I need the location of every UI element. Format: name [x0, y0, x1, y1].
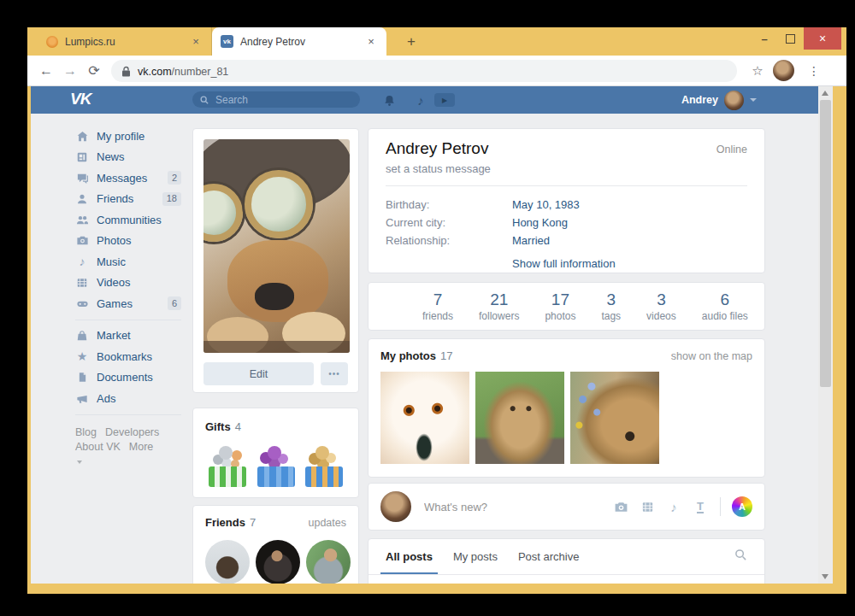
browser-menu-icon[interactable]: ⋮: [804, 61, 824, 81]
url-bar[interactable]: vk.com/number_81: [111, 60, 737, 82]
news-icon: [75, 150, 89, 164]
forward-icon[interactable]: →: [60, 61, 80, 81]
sidebar-item-messages[interactable]: Messages2: [75, 167, 181, 189]
badge: 6: [168, 296, 181, 310]
friends-title[interactable]: Friends: [205, 516, 245, 529]
vk-logo[interactable]: VK: [70, 90, 91, 109]
window-close-button[interactable]: ×: [804, 27, 841, 50]
feed-tabs-card: All posts My posts Post archive: [368, 538, 765, 584]
sidebar-item-market[interactable]: Market: [75, 326, 181, 347]
window-minimize-button[interactable]: –: [752, 27, 776, 50]
scrollbar-thumb[interactable]: [820, 100, 831, 387]
header-user-menu[interactable]: Andrey: [681, 86, 757, 114]
scroll-up-icon[interactable]: [822, 91, 828, 96]
gift-item[interactable]: [207, 443, 248, 489]
edit-button[interactable]: Edit: [203, 362, 314, 385]
tab-close-icon[interactable]: ×: [364, 35, 378, 48]
photo-thumbnail-dog-flowers[interactable]: [570, 372, 659, 464]
tab-lumpics[interactable]: Lumpics.ru ×: [38, 27, 212, 56]
photo-thumbnail-landscape[interactable]: [665, 372, 754, 464]
sidebar-item-news[interactable]: News: [75, 147, 181, 168]
gift-box: [257, 466, 295, 487]
friend-avatar[interactable]: [256, 540, 300, 584]
sidebar-item-bookmarks[interactable]: ★ Bookmarks: [75, 346, 181, 367]
stat-friends[interactable]: 7friends: [410, 291, 466, 322]
tab-vk-profile[interactable]: vk Andrey Petrov ×: [212, 27, 386, 56]
tab-all-posts[interactable]: All posts: [386, 539, 433, 574]
vk-search[interactable]: [192, 91, 360, 108]
gifts-count: 4: [235, 420, 241, 433]
browser-profile-avatar[interactable]: [773, 60, 794, 81]
attach-video-icon[interactable]: [639, 498, 656, 515]
camera-icon: [75, 234, 89, 248]
photo-thumbnail-puppy[interactable]: [475, 372, 564, 464]
sidebar-item-videos[interactable]: Videos: [75, 273, 181, 294]
sidebar-item-my-profile[interactable]: My profile: [75, 126, 181, 147]
friends-updates-link[interactable]: updates: [309, 517, 346, 529]
browser-toolbar: ← → ⟳ vk.com/number_81 ☆ ⋮: [27, 56, 846, 86]
attach-photo-icon[interactable]: [612, 498, 629, 515]
video-icon[interactable]: ▶: [434, 93, 455, 107]
sidebar-item-documents[interactable]: Documents: [75, 367, 181, 389]
friend-avatar[interactable]: [306, 540, 351, 584]
birthday-link[interactable]: May 10, 1983: [512, 198, 580, 211]
stat-followers[interactable]: 21followers: [466, 291, 532, 322]
gift-item[interactable]: [304, 443, 345, 489]
stat-videos[interactable]: 3videos: [634, 291, 689, 322]
reload-icon[interactable]: ⟳: [84, 61, 104, 81]
badge: 2: [168, 171, 181, 185]
search-icon: [200, 96, 209, 104]
sidebar-footer: BlogDevelopers About VKMore: [75, 425, 181, 469]
footer-link-blog[interactable]: Blog: [75, 426, 97, 438]
music-icon[interactable]: ♪: [413, 92, 428, 108]
status-message-placeholder[interactable]: set a status message: [386, 162, 747, 175]
show-full-information-link[interactable]: Show full information: [512, 257, 747, 270]
bookmark-star-icon[interactable]: ☆: [747, 61, 768, 81]
tab-title: Lumpics.ru: [65, 36, 182, 48]
film-icon: [75, 276, 89, 290]
photo-thumbnail-fox[interactable]: [380, 372, 469, 464]
sidebar-item-friends[interactable]: Friends18: [75, 189, 181, 210]
gifts-title[interactable]: Gifts: [205, 420, 231, 433]
gift-art: [219, 446, 233, 460]
new-tab-button[interactable]: +: [400, 31, 422, 53]
colored-post-icon[interactable]: A: [732, 496, 752, 517]
friend-avatar[interactable]: [205, 540, 250, 584]
star-icon: ★: [75, 349, 89, 363]
stat-tags[interactable]: 3tags: [588, 291, 634, 322]
tab-close-icon[interactable]: ×: [189, 35, 203, 48]
sidebar-item-communities[interactable]: Communities: [75, 209, 181, 231]
sidebar-item-ads[interactable]: Ads: [75, 388, 181, 409]
scroll-down-icon[interactable]: [822, 574, 828, 579]
photo-ground: [203, 341, 350, 353]
more-options-button[interactable]: •••: [321, 362, 348, 385]
stat-audio-files[interactable]: 6audio files: [689, 291, 761, 322]
relationship-link[interactable]: Married: [512, 234, 550, 247]
attach-music-icon[interactable]: ♪: [665, 498, 682, 515]
sidebar-nav: My profile News Messages2 Friends18 Comm…: [75, 126, 181, 469]
city-link[interactable]: Hong Kong: [512, 216, 568, 229]
feed-search-icon[interactable]: [734, 549, 747, 565]
sidebar-item-games[interactable]: Games6: [75, 293, 181, 314]
my-photos-title[interactable]: My photos: [380, 349, 436, 362]
messages-icon: [75, 171, 89, 185]
search-input[interactable]: [214, 93, 352, 107]
gift-item[interactable]: [256, 443, 297, 489]
show-on-map-link[interactable]: show on the map: [671, 350, 752, 362]
page-scrollbar[interactable]: [818, 86, 833, 584]
profile-photo[interactable]: [203, 139, 350, 353]
footer-link-about[interactable]: About VK: [75, 441, 121, 453]
stat-photos[interactable]: 17photos: [532, 291, 588, 322]
notifications-bell-icon[interactable]: [381, 92, 397, 108]
sidebar-item-photos[interactable]: Photos: [75, 231, 181, 252]
gift-art: [268, 446, 281, 460]
photo-dog-nose: [255, 283, 294, 310]
tab-my-posts[interactable]: My posts: [453, 539, 498, 574]
back-icon[interactable]: ←: [36, 61, 56, 81]
window-maximize-button[interactable]: [778, 27, 802, 50]
write-article-icon[interactable]: T: [692, 498, 709, 515]
tab-post-archive[interactable]: Post archive: [518, 539, 580, 574]
footer-link-developers[interactable]: Developers: [105, 426, 159, 438]
sidebar-item-music[interactable]: ♪ Music: [75, 251, 181, 273]
whats-new-input[interactable]: [422, 500, 603, 514]
